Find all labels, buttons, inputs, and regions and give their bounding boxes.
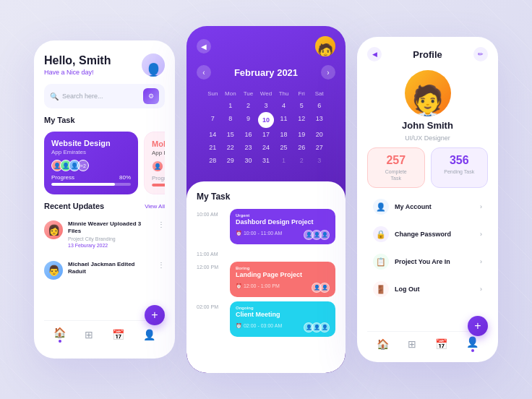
cal-day-12[interactable]: 12 (293, 112, 311, 128)
profile-nav-home[interactable]: 🏠 (377, 338, 389, 350)
progress-text: Progress (51, 174, 74, 181)
cal-day-9[interactable]: 9 (239, 112, 257, 128)
cal-day-27[interactable]: 27 (310, 141, 328, 154)
profile-edit-btn[interactable]: ✏ (473, 47, 488, 61)
cal-user-avatar[interactable] (315, 36, 335, 56)
menu-logout-label: Log Out (395, 286, 474, 293)
fab-add-button[interactable]: + (145, 305, 165, 325)
cal-day-11[interactable]: 11 (275, 112, 293, 128)
time-label-3: 02:00 PM (197, 301, 224, 310)
cal-day-31[interactable]: 31 (257, 154, 275, 167)
recent-avatar-2: 👨 (44, 261, 63, 280)
menu-item-password[interactable]: 🔒 Change Password › (367, 221, 488, 247)
card-calendar: ◀ ‹ February 2021 › Sun Mon Tue Wed Thu … (186, 26, 346, 373)
profile-avatar (405, 70, 451, 116)
nav-home[interactable]: 🏠 (53, 327, 66, 343)
progress-value: 80% (119, 174, 131, 181)
recent-item-2: 👨 Michael Jackman Edited Raduit ⋮ (44, 258, 165, 283)
search-input[interactable]: Search here... (62, 93, 140, 100)
cal-next-month[interactable]: › (321, 65, 335, 80)
cal-back-btn[interactable]: ◀ (197, 39, 211, 53)
more-options-1[interactable]: ⋮ (158, 220, 165, 228)
cal-week-3: 14 15 16 17 18 19 20 (197, 128, 335, 141)
cal-prev-month[interactable]: ‹ (197, 65, 211, 80)
profile-fab-button[interactable]: + (468, 316, 488, 336)
stat-pending: 356 Pending Task (431, 147, 489, 188)
profile-back-btn[interactable]: ◀ (367, 47, 382, 61)
nav-profile[interactable]: 👤 (143, 329, 155, 340)
profile-nav-grid[interactable]: ⊞ (408, 338, 416, 350)
nav-calendar[interactable]: 📅 (112, 329, 124, 340)
menu-item-logout[interactable]: 🚪 Log Out › (367, 276, 488, 302)
projects-icon: 📋 (373, 254, 389, 270)
cal-day-22[interactable]: 22 (222, 141, 240, 154)
cal-day-4[interactable]: 4 (275, 99, 293, 112)
user-avatar[interactable] (142, 53, 165, 77)
task-card-mobile[interactable]: Mobile App App Emir... 👤 Progress (144, 132, 165, 194)
progress-text-mobile: Progress (152, 175, 165, 181)
cal-day-26[interactable]: 26 (293, 141, 311, 154)
cal-day-10-today[interactable]: 10 (258, 112, 274, 128)
day-header-sun: Sun (204, 88, 222, 99)
bottom-nav: 🏠 ⊞ 📅 👤 (44, 320, 165, 346)
filter-button[interactable]: ⚙ (143, 88, 159, 104)
pill-tag-2: Boring (236, 266, 330, 270)
cal-day-2[interactable]: 2 (239, 99, 257, 112)
chevron-password: › (480, 231, 482, 238)
profile-nav-user[interactable]: 👤 (466, 336, 479, 352)
task-card-website[interactable]: Website Design App Emirates 👤 👤 👤 +2 Pro… (44, 132, 138, 194)
search-bar[interactable]: 🔍 Search here... ⚙ (44, 84, 165, 108)
task-avatars-mobile: 👤 (152, 160, 165, 172)
profile-menu: 👤 My Account › 🔒 Change Password › 📋 Pro… (367, 194, 488, 302)
cal-day-14[interactable]: 14 (204, 128, 222, 141)
day-header-tue: Tue (239, 88, 257, 99)
cal-day-21[interactable]: 21 (204, 141, 222, 154)
cal-avatar-image (315, 36, 335, 56)
cal-day-8[interactable]: 8 (222, 112, 240, 128)
cal-day-3[interactable]: 3 (257, 99, 275, 112)
cal-day-20[interactable]: 20 (310, 128, 328, 141)
cal-week-1: 1 2 3 4 5 6 (197, 99, 335, 112)
greeting-text: Hello, Smith (44, 53, 111, 67)
cal-day-5[interactable]: 5 (293, 99, 311, 112)
time-task-2: 12:00 PM Boring Landing Page Project ⏰ 1… (197, 262, 335, 297)
nav-grid[interactable]: ⊞ (85, 329, 93, 340)
view-all-btn[interactable]: View All (145, 203, 165, 210)
cal-day-15[interactable]: 15 (222, 128, 240, 141)
pill-avatars-3: 👤 👤 👤 (304, 322, 330, 332)
pill-tag-1: Urgent (236, 213, 330, 218)
cal-day-19[interactable]: 19 (293, 128, 311, 141)
pill-av2-2: 👤 (319, 283, 330, 293)
cal-day-24[interactable]: 24 (257, 141, 275, 154)
cal-day-6[interactable]: 6 (310, 99, 328, 112)
task-title-website: Website Design (51, 139, 131, 147)
cal-day-23[interactable]: 23 (239, 141, 257, 154)
task-pill-2[interactable]: Boring Landing Page Project ⏰ 12:00 - 1:… (230, 262, 335, 297)
day-header-wed: Wed (257, 88, 275, 99)
task-pill-1[interactable]: Urgent Dashbord Design Project ⏰ 10:00 -… (230, 209, 335, 244)
task-pill-3[interactable]: Ongoing Client Meeting ⏰ 02:00 - 03:00 A… (230, 301, 335, 337)
profile-nav-calendar[interactable]: 📅 (435, 338, 447, 350)
cal-day-nm-1[interactable]: 1 (275, 154, 293, 167)
progress-label: Progress 80% (51, 174, 131, 181)
cal-day-28[interactable]: 28 (204, 154, 222, 167)
cal-day-nm-3[interactable]: 3 (310, 154, 328, 167)
menu-item-account[interactable]: 👤 My Account › (367, 194, 488, 220)
cal-day-13[interactable]: 13 (310, 112, 328, 128)
more-options-2[interactable]: ⋮ (158, 261, 165, 269)
cal-day-16[interactable]: 16 (239, 128, 257, 141)
cal-day-30[interactable]: 30 (239, 154, 257, 167)
stat-complete: 257 CompleteTask (367, 147, 425, 188)
menu-item-projects[interactable]: 📋 Project You Are In › (367, 249, 488, 275)
cal-day-25[interactable]: 25 (275, 141, 293, 154)
chevron-account: › (480, 203, 482, 210)
search-icon: 🔍 (50, 93, 59, 100)
cal-day-nm-2[interactable]: 2 (293, 154, 311, 167)
day-header-thu: Thu (275, 88, 293, 99)
cal-day-7[interactable]: 7 (204, 112, 222, 128)
cal-day-29[interactable]: 29 (222, 154, 240, 167)
cal-day-18[interactable]: 18 (275, 128, 293, 141)
cal-day-1[interactable]: 1 (222, 99, 240, 112)
pill-time-1: ⏰ 10:00 - 11:00 AM (236, 231, 282, 236)
cal-day-17[interactable]: 17 (257, 128, 275, 141)
